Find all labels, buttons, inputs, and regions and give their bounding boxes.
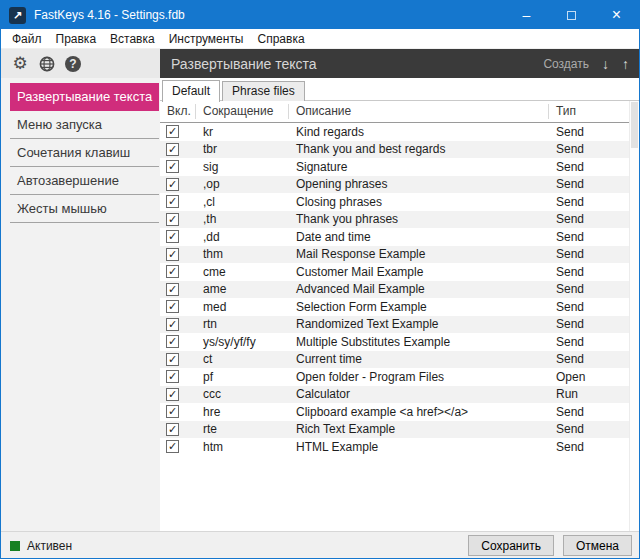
close-button[interactable]: ×	[594, 1, 639, 29]
description-cell: Signature	[289, 160, 549, 174]
abbreviation-cell: ccc	[196, 387, 289, 401]
row-checkbox[interactable]: ✓	[166, 370, 179, 383]
gear-icon[interactable]: ⚙	[11, 55, 29, 73]
table-row[interactable]: ✓,thThank you phrasesSend	[160, 211, 639, 229]
table-header: Вкл. Сокращение Описание Тип	[160, 101, 639, 123]
type-cell: Send	[549, 230, 639, 244]
menu-item-2[interactable]: Вставка	[103, 30, 162, 48]
menu-item-4[interactable]: Справка	[251, 30, 312, 48]
sidebar-item-3[interactable]: Автозавершение	[10, 167, 159, 195]
table-row[interactable]: ✓ys/sy/yf/fyMultiple Substitutes Example…	[160, 333, 639, 351]
description-cell: Rich Text Example	[289, 422, 549, 436]
row-checkbox[interactable]: ✓	[166, 318, 179, 331]
menu-item-0[interactable]: Файл	[5, 30, 49, 48]
maximize-button[interactable]	[549, 1, 594, 29]
maximize-icon	[567, 11, 576, 20]
table-row[interactable]: ✓hreClipboard example <a href></a>Send	[160, 403, 639, 421]
type-cell: Send	[549, 195, 639, 209]
row-checkbox[interactable]: ✓	[166, 125, 179, 138]
row-checkbox[interactable]: ✓	[166, 195, 179, 208]
row-checkbox[interactable]: ✓	[166, 230, 179, 243]
table-row[interactable]: ✓medSelection Form ExampleSend	[160, 298, 639, 316]
sidebar-item-4[interactable]: Жесты мышью	[10, 195, 159, 223]
column-header-description[interactable]: Описание	[289, 104, 549, 119]
table-row[interactable]: ✓htmHTML ExampleSend	[160, 438, 639, 456]
column-header-enabled[interactable]: Вкл.	[160, 104, 196, 119]
table-row[interactable]: ✓pfOpen folder - Program FilesOpen	[160, 368, 639, 386]
description-cell: Customer Mail Example	[289, 265, 549, 279]
enabled-cell: ✓	[160, 213, 196, 226]
row-checkbox[interactable]: ✓	[166, 405, 179, 418]
table-row[interactable]: ✓ameAdvanced Mail ExampleSend	[160, 281, 639, 299]
type-cell: Send	[549, 212, 639, 226]
sidebar-item-1[interactable]: Меню запуска	[10, 111, 159, 139]
table-row[interactable]: ✓,opOpening phrasesSend	[160, 176, 639, 194]
description-cell: Opening phrases	[289, 177, 549, 191]
sidebar-item-0[interactable]: Развертывание текста	[10, 83, 159, 111]
sidebar-list: Развертывание текстаМеню запускаСочетани…	[1, 78, 160, 223]
row-checkbox[interactable]: ✓	[166, 440, 179, 453]
table-row[interactable]: ✓cccCalculatorRun	[160, 386, 639, 404]
move-up-icon[interactable]: ↑	[622, 56, 629, 72]
row-checkbox[interactable]: ✓	[166, 160, 179, 173]
globe-icon[interactable]	[38, 55, 56, 73]
app-icon: ↗	[9, 7, 26, 24]
help-icon[interactable]: ?	[65, 56, 81, 72]
minimize-button[interactable]: –	[504, 1, 549, 29]
row-checkbox[interactable]: ✓	[166, 300, 179, 313]
table-row[interactable]: ✓rteRich Text ExampleSend	[160, 421, 639, 439]
menu-item-3[interactable]: Инструменты	[162, 30, 251, 48]
sidebar-toolbar: ⚙ ?	[1, 49, 160, 78]
row-checkbox[interactable]: ✓	[166, 353, 179, 366]
row-checkbox[interactable]: ✓	[166, 248, 179, 261]
vertical-scrollbar[interactable]	[629, 101, 639, 531]
abbreviation-cell: ame	[196, 282, 289, 296]
scrollbar-thumb[interactable]	[631, 102, 638, 148]
type-cell: Send	[549, 282, 639, 296]
table-row[interactable]: ✓,ddDate and timeSend	[160, 228, 639, 246]
type-cell: Send	[549, 160, 639, 174]
enabled-cell: ✓	[160, 440, 196, 453]
type-cell: Send	[549, 300, 639, 314]
table-row[interactable]: ✓thmMail Response ExampleSend	[160, 246, 639, 264]
abbreviation-cell: sig	[196, 160, 289, 174]
type-cell: Send	[549, 317, 639, 331]
table-row[interactable]: ✓sigSignatureSend	[160, 158, 639, 176]
row-checkbox[interactable]: ✓	[166, 423, 179, 436]
save-button[interactable]: Сохранить	[468, 535, 554, 556]
footer-buttons: Сохранить Отмена	[468, 535, 632, 556]
sidebar-item-2[interactable]: Сочетания клавиш	[10, 139, 159, 167]
table-body: ✓krKind regardsSend✓tbrThank you and bes…	[160, 123, 639, 531]
table-row[interactable]: ✓tbrThank you and best regardsSend	[160, 141, 639, 159]
cancel-button[interactable]: Отмена	[563, 535, 632, 556]
row-checkbox[interactable]: ✓	[166, 283, 179, 296]
enabled-cell: ✓	[160, 335, 196, 348]
enabled-cell: ✓	[160, 370, 196, 383]
tab-1[interactable]: Phrase files	[222, 81, 305, 101]
enabled-cell: ✓	[160, 160, 196, 173]
menu-item-1[interactable]: Правка	[49, 30, 104, 48]
tab-0[interactable]: Default	[162, 80, 220, 102]
move-down-icon[interactable]: ↓	[602, 56, 609, 72]
type-cell: Send	[549, 422, 639, 436]
row-checkbox[interactable]: ✓	[166, 335, 179, 348]
description-cell: Selection Form Example	[289, 300, 549, 314]
create-button[interactable]: Создать	[543, 57, 589, 71]
column-header-abbreviation[interactable]: Сокращение	[196, 104, 289, 119]
abbreviation-cell: pf	[196, 370, 289, 384]
status-active-icon	[10, 541, 20, 551]
row-checkbox[interactable]: ✓	[166, 213, 179, 226]
table-row[interactable]: ✓ctCurrent timeSend	[160, 351, 639, 369]
table-row[interactable]: ✓krKind regardsSend	[160, 123, 639, 141]
table-row[interactable]: ✓rtnRandomized Text ExampleSend	[160, 316, 639, 334]
row-checkbox[interactable]: ✓	[166, 388, 179, 401]
row-checkbox[interactable]: ✓	[166, 265, 179, 278]
table-row[interactable]: ✓,clClosing phrasesSend	[160, 193, 639, 211]
table-row[interactable]: ✓cmeCustomer Mail ExampleSend	[160, 263, 639, 281]
abbreviation-cell: ,dd	[196, 230, 289, 244]
column-header-type[interactable]: Тип	[549, 104, 639, 119]
description-cell: Advanced Mail Example	[289, 282, 549, 296]
description-cell: Calculator	[289, 387, 549, 401]
row-checkbox[interactable]: ✓	[166, 143, 179, 156]
row-checkbox[interactable]: ✓	[166, 178, 179, 191]
